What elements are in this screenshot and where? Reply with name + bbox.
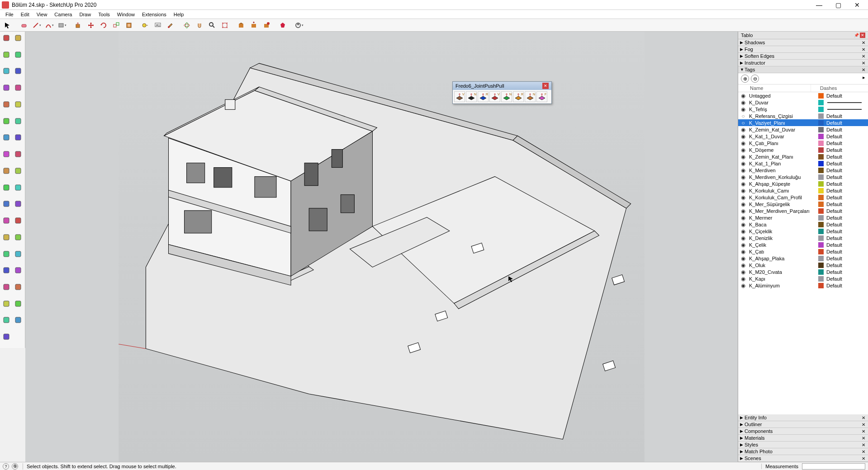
- tag-visibility-toggle[interactable]: [738, 235, 748, 241]
- tag-row[interactable]: K_MerdivenDefault: [738, 167, 868, 174]
- tag-dash[interactable]: Default: [825, 222, 868, 227]
- tray-title[interactable]: Tablo 📌 ✕: [738, 32, 868, 39]
- tag-dash[interactable]: Default: [825, 181, 868, 187]
- axes-tool[interactable]: [1, 198, 12, 209]
- jpp-3[interactable]: R: [478, 91, 489, 102]
- menu-extensions[interactable]: Extensions: [138, 11, 170, 18]
- paint-tool[interactable]: [13, 165, 24, 176]
- panel-components[interactable]: ▶Components✕: [738, 428, 868, 435]
- tag-visibility-toggle[interactable]: [738, 188, 748, 194]
- menu-window[interactable]: Window: [114, 11, 138, 18]
- tag-name[interactable]: K_Merdiven: [748, 168, 817, 173]
- panel-scenes[interactable]: ▶Scenes✕: [738, 455, 868, 462]
- tag-visibility-toggle[interactable]: [738, 99, 748, 106]
- tag-dash[interactable]: Default: [825, 141, 868, 146]
- orbit-tool[interactable]: [181, 20, 193, 31]
- zoom-tool[interactable]: [1, 232, 12, 243]
- tag-visibility-toggle[interactable]: [738, 269, 748, 275]
- fredo-titlebar[interactable]: Fredo6_JointPushPull ✕: [453, 82, 551, 90]
- tag-visibility-toggle[interactable]: [738, 113, 748, 119]
- menu-help[interactable]: Help: [170, 11, 188, 18]
- tag-name[interactable]: K_Zemin_Kat_Planı: [748, 154, 817, 160]
- zoom-extents-tool[interactable]: [219, 20, 231, 31]
- panel-fog[interactable]: ▶Fog✕: [738, 46, 868, 53]
- tag-name[interactable]: K_Kat_1_Duvar: [748, 134, 817, 139]
- tag-name[interactable]: K_Korkuluk_Cam_Profil: [748, 195, 817, 200]
- tag-color-swatch[interactable]: [818, 120, 824, 126]
- tag-name[interactable]: K_Oluk: [748, 263, 817, 268]
- tag-dash[interactable]: Default: [825, 256, 868, 261]
- circle-tool[interactable]: [13, 82, 24, 93]
- dim-tool[interactable]: [13, 182, 24, 193]
- move-tool[interactable]: [1, 132, 12, 143]
- tag-visibility-toggle[interactable]: [738, 181, 748, 187]
- tag-color-swatch[interactable]: [818, 127, 824, 132]
- sandbox-1-tool[interactable]: [13, 282, 24, 292]
- tag-color-swatch[interactable]: [818, 174, 824, 180]
- panel-close-icon[interactable]: ✕: [861, 456, 866, 461]
- tag-dash[interactable]: Default: [825, 195, 868, 200]
- tag-name[interactable]: K_Tefriş: [748, 107, 817, 112]
- panel-shadows[interactable]: ▶Shadows✕: [738, 39, 868, 46]
- tag-name[interactable]: K_Merdiven_Korkuluğu: [748, 174, 817, 180]
- tag-name[interactable]: K_Çelik: [748, 242, 817, 248]
- tag-color-swatch[interactable]: [818, 242, 824, 248]
- ext-manager[interactable]: [293, 20, 305, 31]
- tag-dash[interactable]: Default: [825, 134, 868, 139]
- tag-color-swatch[interactable]: [818, 249, 824, 254]
- tag-row[interactable]: K_BacaDefault: [738, 221, 868, 228]
- jpp-1[interactable]: V: [454, 91, 465, 102]
- tag-dash[interactable]: Default: [825, 215, 868, 221]
- position-tool[interactable]: [1, 282, 12, 292]
- polygon-tool[interactable]: [1, 99, 12, 110]
- tags-list[interactable]: UntaggedDefaultK_DuvarK_TefrişK_Referans…: [738, 92, 868, 414]
- minimize-button[interactable]: —: [810, 0, 828, 9]
- maximize-button[interactable]: ▢: [829, 0, 847, 9]
- tag-name[interactable]: K_Kapı: [748, 276, 817, 282]
- rectangle-tool[interactable]: [56, 20, 68, 31]
- tag-dash[interactable]: Default: [825, 249, 868, 254]
- tag-color-swatch[interactable]: [818, 93, 824, 99]
- geo-icon[interactable]: ⦿: [12, 463, 18, 470]
- panel-outliner[interactable]: ▶Outliner✕: [738, 421, 868, 428]
- solid-1-tool[interactable]: [13, 298, 24, 309]
- tag-color-swatch[interactable]: [818, 263, 824, 268]
- zoom-extents-tool[interactable]: [1, 249, 12, 259]
- panel-close-icon[interactable]: ✕: [861, 40, 866, 45]
- text-tool[interactable]: [1, 182, 12, 193]
- tag-dash[interactable]: [825, 100, 868, 105]
- tag-name[interactable]: K_Zemin_Kat_Duvar: [748, 127, 817, 132]
- tag-color-swatch[interactable]: [818, 154, 824, 160]
- rectangle-tool[interactable]: [1, 82, 12, 93]
- tag-visibility-toggle[interactable]: [738, 140, 748, 146]
- scale-tool[interactable]: [110, 20, 122, 31]
- tag-row[interactable]: K_ÇatıDefault: [738, 248, 868, 255]
- panel-instructor[interactable]: ▶Instructor✕: [738, 60, 868, 66]
- tag-row[interactable]: K_Tefriş: [738, 106, 868, 113]
- section-tool[interactable]: [13, 198, 24, 209]
- tag-color-swatch[interactable]: [818, 208, 824, 214]
- line-tool[interactable]: [31, 20, 43, 31]
- tag-visibility-toggle[interactable]: [738, 262, 748, 268]
- panel-close-icon[interactable]: ✕: [861, 47, 866, 52]
- menu-view[interactable]: View: [33, 11, 51, 18]
- tag-color-swatch[interactable]: [818, 147, 824, 153]
- tag-color-swatch[interactable]: [818, 269, 824, 275]
- tag-dash[interactable]: Default: [825, 174, 868, 180]
- menu-file[interactable]: File: [2, 11, 17, 18]
- tag-dash[interactable]: Default: [825, 147, 868, 153]
- tag-name[interactable]: K_Referans_Çizgisi: [748, 113, 817, 119]
- tag-visibility-toggle[interactable]: [738, 221, 748, 228]
- tag-visibility-toggle[interactable]: [738, 282, 748, 289]
- layout-tool[interactable]: [13, 315, 24, 325]
- menu-tools[interactable]: Tools: [95, 11, 114, 18]
- tag-dash[interactable]: Default: [825, 113, 868, 119]
- tag-visibility-toggle[interactable]: [738, 194, 748, 201]
- tag-color-swatch[interactable]: [818, 229, 824, 234]
- tag-dash[interactable]: Default: [825, 229, 868, 234]
- tag-visibility-toggle[interactable]: [738, 160, 748, 167]
- tray-close-button[interactable]: ✕: [860, 33, 865, 38]
- jpp-6[interactable]: R: [513, 91, 524, 102]
- arc-tool[interactable]: [13, 99, 24, 110]
- jpp-2[interactable]: N: [466, 91, 477, 102]
